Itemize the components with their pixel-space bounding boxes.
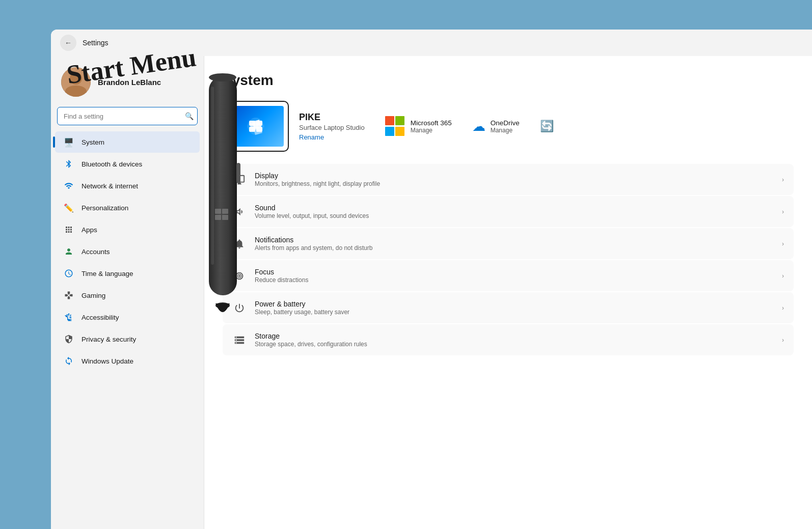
- onedrive-action: Manage: [491, 127, 520, 134]
- settings-item-power[interactable]: Power & battery Sleep, battery usage, ba…: [223, 292, 794, 323]
- settings-item-display[interactable]: Display Monitors, brightness, night ligh…: [223, 164, 794, 195]
- search-box: 🔍: [57, 107, 198, 125]
- settings-window: ← Settings Brandon LeBlanc 🔍 🖥️ Syst: [51, 30, 812, 529]
- svg-point-6: [238, 275, 240, 277]
- m365-action: Manage: [411, 127, 452, 134]
- search-button[interactable]: 🔍: [185, 112, 194, 120]
- storage-chevron: ›: [782, 337, 784, 344]
- search-input[interactable]: [57, 107, 198, 125]
- gaming-icon: [63, 290, 74, 301]
- user-section: Brandon LeBlanc: [51, 61, 204, 105]
- svg-rect-5: [256, 127, 262, 132]
- nav-label-bluetooth: Bluetooth & devices: [82, 160, 142, 168]
- personalization-icon: ✏️: [63, 202, 74, 213]
- app-card-m365[interactable]: Microsoft 365 Manage: [375, 110, 462, 143]
- device-card: [223, 101, 289, 152]
- avatar-image: [61, 67, 91, 97]
- sound-chevron: ›: [782, 208, 784, 215]
- settings-item-notifications[interactable]: Notifications Alerts from apps and syste…: [223, 228, 794, 259]
- sound-icon: [232, 205, 247, 219]
- focus-icon: [232, 269, 247, 283]
- sidebar-item-system[interactable]: 🖥️ System: [55, 131, 200, 153]
- onedrive-icon: ☁: [472, 119, 485, 134]
- nav-label-personalization: Personalization: [82, 204, 128, 212]
- device-name: PIKE: [299, 112, 365, 123]
- time-icon: [63, 268, 74, 279]
- sidebar-item-gaming[interactable]: Gaming: [55, 285, 200, 306]
- sidebar-item-accounts[interactable]: Accounts: [55, 241, 200, 262]
- display-chevron: ›: [782, 176, 784, 183]
- storage-title: Storage: [255, 332, 367, 340]
- notifications-icon: [232, 237, 247, 251]
- bluetooth-icon: [63, 158, 74, 170]
- sidebar-item-network[interactable]: Network & internet: [55, 175, 200, 197]
- display-title: Display: [255, 172, 380, 180]
- rename-link[interactable]: Rename: [299, 133, 365, 141]
- m365-name: Microsoft 365: [411, 119, 452, 127]
- nav-label-system: System: [82, 138, 104, 146]
- nav-label-gaming: Gaming: [82, 292, 105, 299]
- notifications-desc: Alerts from apps and system, do not dist…: [255, 244, 372, 252]
- nav-list: 🖥️ System Bluetooth & devices Network & …: [51, 131, 204, 372]
- settings-item-sound[interactable]: Sound Volume level, output, input, sound…: [223, 196, 794, 227]
- window-title: Settings: [83, 39, 109, 47]
- svg-rect-3: [256, 121, 262, 126]
- svg-point-0: [68, 314, 70, 315]
- app-card-partial[interactable]: 🔄: [530, 114, 560, 139]
- accessibility-icon: [63, 312, 74, 323]
- page-title: System: [223, 72, 794, 89]
- svg-rect-4: [249, 127, 255, 132]
- nav-label-update: Windows Update: [82, 357, 133, 365]
- app-cards: Microsoft 365 Manage ☁ OneDrive Manage: [375, 110, 794, 143]
- avatar: [61, 67, 91, 97]
- sidebar-item-privacy[interactable]: Privacy & security: [55, 328, 200, 350]
- m365-icon: [385, 116, 405, 136]
- device-row: PIKE Surface Laptop Studio Rename: [223, 101, 794, 152]
- nav-label-privacy: Privacy & security: [82, 336, 136, 343]
- nav-label-accessibility: Accessibility: [82, 314, 119, 321]
- privacy-icon: [63, 333, 74, 345]
- sidebar-item-apps[interactable]: Apps: [55, 219, 200, 240]
- apps-icon: [63, 224, 74, 235]
- notifications-chevron: ›: [782, 240, 784, 247]
- sidebar-item-update[interactable]: Windows Update: [55, 350, 200, 372]
- sidebar-item-personalization[interactable]: ✏️ Personalization: [55, 197, 200, 218]
- settings-list: Display Monitors, brightness, night ligh…: [223, 164, 794, 355]
- display-icon: [232, 173, 247, 187]
- power-title: Power & battery: [255, 300, 349, 308]
- focus-chevron: ›: [782, 272, 784, 280]
- settings-item-storage[interactable]: Storage Storage space, drives, configura…: [223, 324, 794, 355]
- windows-logo: [242, 113, 270, 141]
- content-area: Brandon LeBlanc 🔍 🖥️ System Bluetooth & …: [51, 56, 812, 529]
- sidebar-item-accessibility[interactable]: Accessibility: [55, 307, 200, 328]
- onedrive-name: OneDrive: [491, 119, 520, 127]
- sidebar: Brandon LeBlanc 🔍 🖥️ System Bluetooth & …: [51, 56, 204, 529]
- power-chevron: ›: [782, 304, 784, 312]
- device-screen: [228, 106, 284, 147]
- sidebar-item-bluetooth[interactable]: Bluetooth & devices: [55, 153, 200, 175]
- settings-item-focus[interactable]: Focus Reduce distractions ›: [223, 260, 794, 291]
- sound-title: Sound: [255, 204, 369, 212]
- network-icon: [63, 180, 74, 191]
- update-icon: [63, 355, 74, 367]
- app-card-onedrive[interactable]: ☁ OneDrive Manage: [462, 113, 530, 141]
- accounts-icon: [63, 246, 74, 257]
- main-content: System: [204, 56, 812, 529]
- notifications-title: Notifications: [255, 236, 372, 244]
- storage-desc: Storage space, drives, configuration rul…: [255, 341, 367, 348]
- titlebar: ← Settings: [51, 30, 812, 56]
- system-icon: 🖥️: [63, 136, 74, 148]
- sidebar-item-time[interactable]: Time & language: [55, 263, 200, 284]
- username: Brandon LeBlanc: [98, 78, 161, 87]
- nav-label-time: Time & language: [82, 270, 133, 277]
- back-button[interactable]: ←: [60, 35, 76, 51]
- nav-label-apps: Apps: [82, 226, 97, 234]
- svg-rect-2: [249, 121, 255, 126]
- power-desc: Sleep, battery usage, battery saver: [255, 309, 349, 316]
- display-desc: Monitors, brightness, night light, displ…: [255, 180, 380, 187]
- nav-label-accounts: Accounts: [82, 248, 110, 256]
- wir-icon: 🔄: [540, 120, 554, 133]
- sound-desc: Volume level, output, input, sound devic…: [255, 212, 369, 219]
- device-info: PIKE Surface Laptop Studio Rename: [299, 112, 365, 141]
- focus-desc: Reduce distractions: [255, 276, 308, 284]
